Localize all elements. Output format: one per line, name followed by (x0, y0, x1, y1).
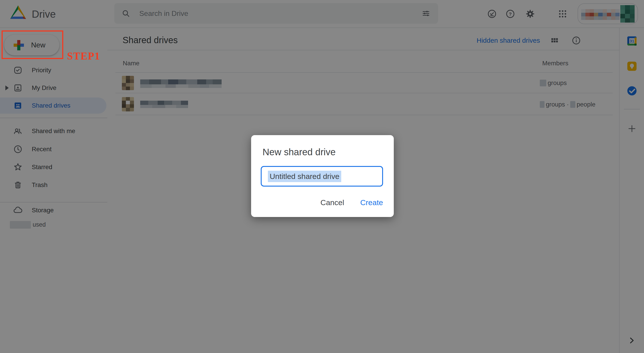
drive-name-input[interactable]: Untitled shared drive (261, 166, 383, 187)
step1-highlight-rectangle (2, 31, 63, 59)
drive-name-input-value: Untitled shared drive (268, 171, 341, 182)
cancel-button[interactable]: Cancel (320, 198, 344, 207)
dialog-title: New shared drive (262, 147, 336, 157)
new-shared-drive-dialog: New shared drive Untitled shared drive C… (251, 135, 394, 217)
google-drive-app: Drive Search in Drive (0, 0, 644, 353)
dialog-actions: Cancel Create (320, 198, 383, 207)
step1-label: STEP1 (67, 50, 100, 62)
create-button[interactable]: Create (360, 198, 383, 207)
